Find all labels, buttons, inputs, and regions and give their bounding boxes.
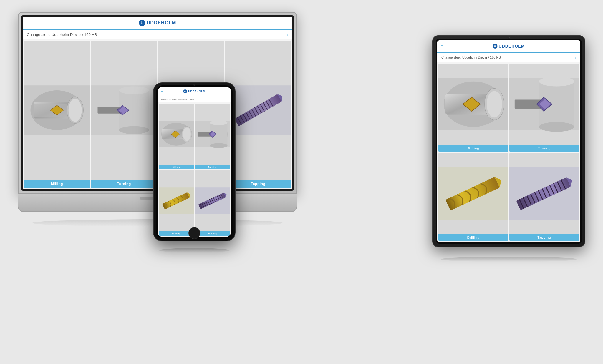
tablet-card-drilling-image [438, 153, 508, 234]
tablet-card-milling-label: Milling [438, 145, 508, 152]
phone-menu-icon[interactable]: ≡ [161, 89, 163, 93]
svg-point-74 [210, 120, 227, 125]
phone-breadcrumb-arrow[interactable]: › [228, 98, 229, 101]
laptop-card-turning-image [91, 41, 157, 180]
phone-card-turning[interactable]: Turning [195, 104, 230, 169]
svg-point-75 [210, 143, 227, 148]
phone-card-milling-image [159, 104, 194, 165]
phone-tool-grid: Milling [158, 102, 231, 237]
tablet-app-header: ≡ U UDDEHOLM [437, 40, 580, 53]
tablet-breadcrumb-text: Change steel: Uddeholm Dievar / 160 HB [441, 56, 575, 59]
tablet-device: ≡ U UDDEHOLM Change steel: Uddeholm Diev… [432, 35, 585, 256]
tablet-card-tapping-label: Tapping [509, 234, 579, 241]
tablet-body: ≡ U UDDEHOLM Change steel: Uddeholm Diev… [432, 35, 585, 247]
phone-card-tapping-image [195, 170, 230, 231]
tablet-reflection [441, 257, 577, 262]
tablet-screen-bezel: ≡ U UDDEHOLM Change steel: Uddeholm Diev… [436, 39, 582, 244]
laptop-menu-icon[interactable]: ≡ [26, 20, 29, 26]
svg-point-10 [119, 87, 149, 94]
tablet-tool-grid: Milling [437, 62, 580, 242]
tablet-breadcrumb-bar[interactable]: Change steel: Uddeholm Dievar / 160 HB › [437, 53, 580, 62]
phone-logo: U UDDEHOLM [183, 89, 205, 93]
svg-point-42 [539, 77, 574, 86]
phone-screen: ≡ U UDDEHOLM Change steel: Uddeholm Diev… [158, 87, 231, 237]
tablet-camera [508, 37, 510, 39]
phone-card-turning-label: Turning [195, 165, 230, 169]
phone-body: ≡ U UDDEHOLM Change steel: Uddeholm Diev… [153, 82, 236, 241]
tablet-card-tapping[interactable]: Tapping [509, 153, 579, 241]
svg-point-38 [487, 91, 502, 117]
phone-reflection [159, 248, 230, 252]
tablet-card-milling-image [438, 64, 508, 145]
tablet-u-icon: U [493, 44, 498, 49]
phone-card-drilling[interactable]: Drilling [159, 170, 194, 236]
phone-card-milling-label: Milling [159, 165, 194, 169]
laptop-card-milling-label: Milling [24, 180, 90, 188]
laptop-logo-text: UDDEHOLM [147, 20, 176, 26]
phone-logo-container: U UDDEHOLM [183, 89, 205, 93]
phone-logo-text: UDDEHOLM [188, 90, 205, 93]
laptop-breadcrumb-arrow[interactable]: › [287, 32, 288, 37]
tablet-card-turning[interactable]: Turning [509, 64, 579, 152]
phone-card-turning-image [195, 104, 230, 165]
phone-app-header: ≡ U UDDEHOLM [158, 87, 231, 96]
tablet-card-drilling[interactable]: Drilling [438, 153, 508, 241]
phone-camera [193, 84, 195, 86]
tablet-card-turning-label: Turning [509, 145, 579, 152]
phone-device: ≡ U UDDEHOLM Change steel: Uddeholm Diev… [153, 82, 236, 247]
tablet-card-tapping-image [509, 153, 579, 234]
laptop-u-icon: U [139, 20, 145, 26]
laptop-card-milling[interactable]: Milling [24, 41, 90, 188]
phone-u-icon: U [183, 89, 187, 93]
phone-card-drilling-image [159, 170, 194, 231]
laptop-breadcrumb-bar[interactable]: Change steel: Uddeholm Dievar / 160 HB › [23, 30, 292, 39]
tablet-logo-container: U UDDEHOLM [493, 44, 525, 49]
svg-point-70 [183, 127, 190, 141]
laptop-logo-container: U UDDEHOLM [139, 20, 176, 26]
laptop-app-header: ≡ U UDDEHOLM [23, 17, 292, 30]
laptop-card-turning-label: Turning [91, 180, 157, 188]
phone-screen-bezel: ≡ U UDDEHOLM Change steel: Uddeholm Diev… [156, 85, 233, 238]
tablet-logo-text: UDDEHOLM [499, 44, 525, 49]
svg-point-6 [69, 99, 82, 122]
svg-point-11 [119, 126, 149, 134]
tablet-breadcrumb-arrow[interactable]: › [575, 55, 576, 60]
phone-card-tapping[interactable]: Tapping [195, 170, 230, 236]
laptop-card-turning[interactable]: Turning [91, 41, 157, 188]
tablet-card-drilling-label: Drilling [438, 234, 508, 241]
phone-card-milling[interactable]: Milling [159, 104, 194, 169]
laptop-card-milling-image [24, 41, 90, 180]
phone-home-button[interactable] [188, 227, 200, 239]
tablet-card-turning-image [509, 64, 579, 145]
phone-breadcrumb-text: Change steel: Uddeholm Dievar / 160 HB [160, 98, 228, 100]
svg-point-43 [539, 122, 574, 132]
tablet-card-milling[interactable]: Milling [438, 64, 508, 152]
tablet-screen: ≡ U UDDEHOLM Change steel: Uddeholm Diev… [437, 40, 580, 242]
tablet-menu-icon[interactable]: ≡ [441, 44, 443, 49]
laptop-logo: U UDDEHOLM [139, 20, 176, 26]
tablet-logo: U UDDEHOLM [493, 44, 525, 49]
phone-breadcrumb-bar[interactable]: Change steel: Uddeholm Dievar / 160 HB › [158, 96, 231, 102]
laptop-breadcrumb-text: Change steel: Uddeholm Dievar / 160 HB [27, 32, 287, 37]
